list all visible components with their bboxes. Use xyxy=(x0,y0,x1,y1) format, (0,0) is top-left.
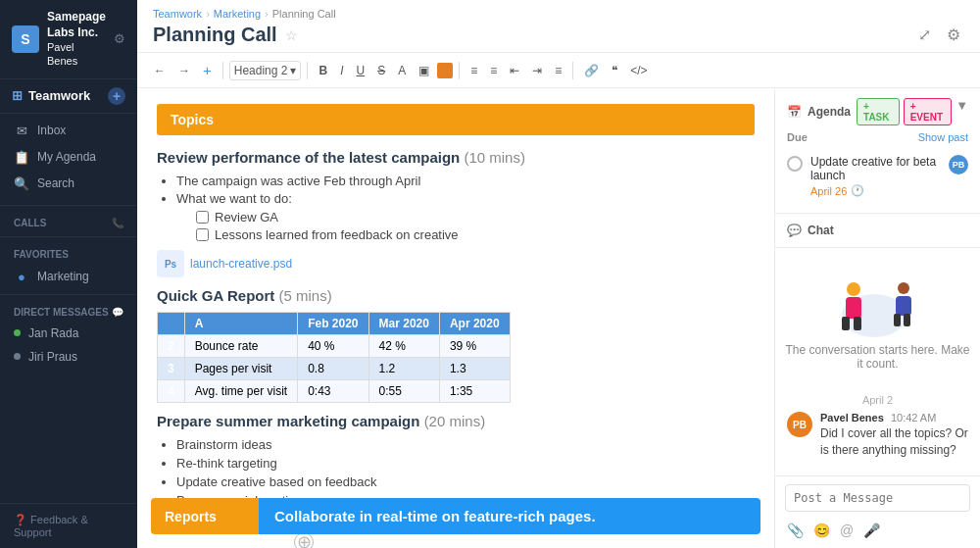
add-block-button[interactable]: ⊕ xyxy=(294,532,314,548)
filter-icon[interactable]: ▼ xyxy=(956,98,968,125)
sidebar-dm-jan[interactable]: Jan Rada xyxy=(0,322,137,345)
file-attachment[interactable]: Ps launch-creative.psd xyxy=(157,250,755,277)
svg-rect-3 xyxy=(854,317,861,330)
sidebar: S Samepage Labs Inc. Pavel Benes ⚙ ⊞ Tea… xyxy=(0,0,137,548)
toolbar-code[interactable]: </> xyxy=(625,61,652,80)
checkbox-input2[interactable] xyxy=(196,228,209,241)
toolbar-back[interactable]: ← xyxy=(149,61,171,80)
feedback-link[interactable]: ❓ Feedback & Support xyxy=(0,503,137,548)
chat-msg-body: Pavel Benes 10:42 AM Did I cover all the… xyxy=(820,412,968,459)
breadcrumb-teamwork[interactable]: Teamwork xyxy=(153,8,202,20)
calls-label: Calls xyxy=(14,218,46,228)
chat-header: 💬 Chat xyxy=(775,214,980,248)
checkbox-lessons[interactable]: Lessons learned from feedback on creativ… xyxy=(186,227,755,242)
chat-panel: 💬 Chat xyxy=(775,214,980,548)
sidebar-teamwork[interactable]: ⊞ Teamwork + xyxy=(0,79,137,114)
mic-icon[interactable]: 🎤 xyxy=(861,521,882,540)
gear-icon[interactable]: ⚙ xyxy=(114,31,125,46)
sidebar-divider xyxy=(0,205,137,206)
sidebar-dm-jiri[interactable]: Jiri Praus xyxy=(0,345,137,369)
chat-date-label: April 2 xyxy=(787,394,968,406)
chat-input[interactable] xyxy=(785,484,970,512)
toolbar-underline[interactable]: U xyxy=(352,61,370,80)
toolbar-div4 xyxy=(572,62,573,79)
toolbar-strikethrough[interactable]: S xyxy=(372,61,390,80)
row-val1: 40 % xyxy=(298,335,368,358)
chat-msg-text: Did I cover all the topics? Or is there … xyxy=(820,425,968,459)
table-col-b: Feb 2020 xyxy=(298,313,368,335)
breadcrumb-marketing[interactable]: Marketing xyxy=(214,8,261,20)
person2-icon xyxy=(891,279,916,333)
emoji-icon[interactable]: 😊 xyxy=(811,521,832,540)
add-button[interactable]: + xyxy=(108,87,125,105)
toolbar-link[interactable]: 🔗 xyxy=(579,61,604,80)
sidebar-logo: S Samepage Labs Inc. Pavel Benes ⚙ xyxy=(0,0,137,79)
phone-icon: 📞 xyxy=(112,218,123,228)
chevron-down-icon: ▾ xyxy=(290,64,296,77)
star-icon[interactable]: ☆ xyxy=(285,27,298,43)
sidebar-item-inbox[interactable]: ✉ Inbox xyxy=(0,118,137,144)
checkbox-review-ga[interactable]: Review GA xyxy=(186,210,755,224)
heading-select[interactable]: Heading 2 ▾ xyxy=(229,61,302,80)
toolbar-add[interactable]: + xyxy=(198,59,217,81)
show-past-link[interactable]: Show past xyxy=(918,131,968,143)
table-row: 2 Bounce rate 40 % 42 % 39 % xyxy=(158,335,511,358)
toolbar-ol[interactable]: ≡ xyxy=(485,61,502,80)
attachment-icon[interactable]: 📎 xyxy=(785,521,806,540)
sidebar-item-agenda[interactable]: 📋 My Agenda xyxy=(0,144,137,171)
file-name: launch-creative.psd xyxy=(190,257,292,271)
jan-label: Jan Rada xyxy=(28,326,78,340)
add-event-btn[interactable]: + EVENT xyxy=(904,98,952,125)
sidebar-divider3 xyxy=(0,294,137,295)
sidebar-item-marketing[interactable]: ● Marketing xyxy=(0,264,137,290)
checkbox-input[interactable] xyxy=(196,211,209,224)
heading-select-label: Heading 2 xyxy=(234,64,288,77)
page-header: Teamwork › Marketing › Planning Call Pla… xyxy=(137,0,980,53)
toolbar-div3 xyxy=(459,62,460,79)
svg-rect-7 xyxy=(904,314,910,326)
svg-rect-6 xyxy=(894,314,901,326)
svg-rect-5 xyxy=(896,296,911,316)
section2-duration: (5 mins) xyxy=(278,287,331,304)
toolbar-color-swatch xyxy=(437,63,453,78)
online-indicator xyxy=(14,329,21,336)
settings-icon[interactable]: ⚙ xyxy=(943,24,964,46)
toolbar-bold[interactable]: B xyxy=(314,61,332,80)
chat-avatar: PB xyxy=(787,412,812,437)
task-checkbox[interactable] xyxy=(787,156,803,172)
chat-illustration xyxy=(834,264,922,337)
svg-point-4 xyxy=(898,282,909,294)
toolbar-align[interactable]: ≡ xyxy=(550,61,566,80)
agenda-title: Agenda xyxy=(808,105,851,119)
toolbar-quote[interactable]: ❝ xyxy=(607,61,622,80)
at-icon[interactable]: @ xyxy=(838,521,856,540)
person1-icon xyxy=(840,279,867,333)
user-name: Pavel Benes xyxy=(47,40,106,69)
toolbar-font-color[interactable]: A xyxy=(393,61,411,80)
toolbar-ul[interactable]: ≡ xyxy=(466,61,482,80)
section3-heading: Prepare summer marketing campaign (20 mi… xyxy=(157,413,755,429)
task-title: Update creative for beta launch xyxy=(810,155,941,182)
toolbar-italic[interactable]: I xyxy=(335,61,348,80)
chat-input-actions: 📎 😊 @ 🎤 xyxy=(785,521,970,540)
chat-icon: 💬 xyxy=(787,224,802,237)
toolbar-indent-right[interactable]: ⇥ xyxy=(527,61,547,80)
inbox-label: Inbox xyxy=(37,124,66,137)
svg-rect-2 xyxy=(842,317,850,330)
editor-area[interactable]: Topics Review performance of the latest … xyxy=(137,88,774,548)
row-num: 2 xyxy=(158,335,185,358)
toolbar-image[interactable]: ▣ xyxy=(414,61,434,80)
table-col-a: A xyxy=(184,313,297,335)
section2-heading: Quick GA Report (5 mins) xyxy=(157,287,755,304)
sidebar-nav: ✉ Inbox 📋 My Agenda 🔍 Search xyxy=(0,114,137,201)
breadcrumb-sep2: › xyxy=(265,8,269,20)
tooltip-overlay: Reports Collaborate in real-time on feat… xyxy=(151,498,760,534)
toolbar-forward[interactable]: → xyxy=(173,61,195,80)
dm-label: Direct messages xyxy=(14,307,109,318)
table-col-c: Mar 2020 xyxy=(368,313,439,335)
toolbar-indent-left[interactable]: ⇤ xyxy=(505,61,524,80)
expand-icon[interactable]: ⤢ xyxy=(914,24,935,46)
add-task-btn[interactable]: + TASK xyxy=(857,98,900,125)
sidebar-item-search[interactable]: 🔍 Search xyxy=(0,171,137,197)
jiri-label: Jiri Praus xyxy=(28,350,77,364)
